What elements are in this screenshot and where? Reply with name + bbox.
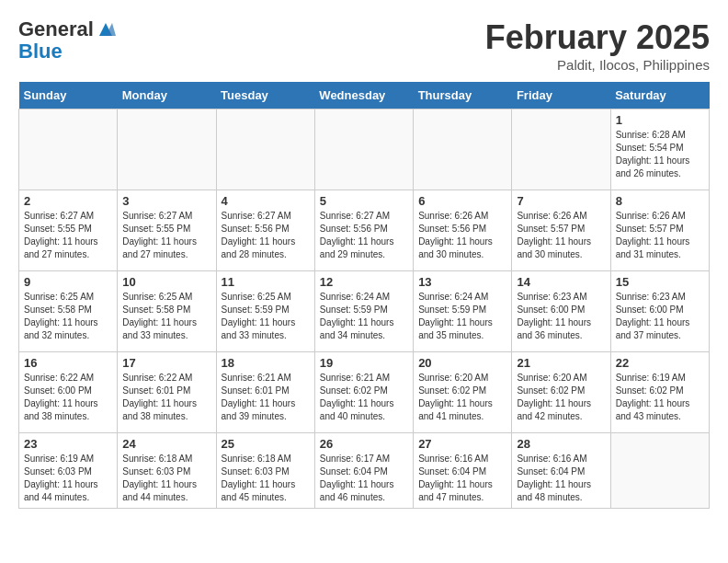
- day-info: Sunrise: 6:27 AM Sunset: 5:56 PM Dayligh…: [222, 210, 310, 261]
- calendar-cell: 10Sunrise: 6:25 AM Sunset: 5:58 PM Dayli…: [118, 271, 216, 352]
- calendar-cell: 3Sunrise: 6:27 AM Sunset: 5:55 PM Daylig…: [118, 190, 216, 271]
- calendar-cell: 25Sunrise: 6:18 AM Sunset: 6:03 PM Dayli…: [216, 433, 314, 509]
- days-header-row: SundayMondayTuesdayWednesdayThursdayFrid…: [19, 82, 710, 109]
- logo-icon: [96, 19, 116, 40]
- calendar-week-row: 23Sunrise: 6:19 AM Sunset: 6:03 PM Dayli…: [19, 433, 710, 509]
- calendar-cell: 2Sunrise: 6:27 AM Sunset: 5:55 PM Daylig…: [19, 190, 118, 271]
- day-info: Sunrise: 6:18 AM Sunset: 6:03 PM Dayligh…: [122, 453, 210, 504]
- day-number: 21: [517, 356, 605, 370]
- day-number: 24: [122, 437, 210, 451]
- calendar-cell: [314, 109, 413, 190]
- day-number: 4: [222, 194, 310, 208]
- calendar-cell: [414, 109, 512, 190]
- day-number: 10: [122, 275, 210, 289]
- day-info: Sunrise: 6:19 AM Sunset: 6:02 PM Dayligh…: [616, 372, 704, 423]
- calendar-cell: 27Sunrise: 6:16 AM Sunset: 6:04 PM Dayli…: [414, 433, 512, 509]
- day-info: Sunrise: 6:16 AM Sunset: 6:04 PM Dayligh…: [517, 453, 605, 504]
- title-area: February 2025 Paldit, Ilocos, Philippine…: [485, 18, 710, 73]
- calendar-cell: 12Sunrise: 6:24 AM Sunset: 5:59 PM Dayli…: [314, 271, 413, 352]
- day-number: 13: [418, 275, 506, 289]
- calendar-cell: 19Sunrise: 6:21 AM Sunset: 6:02 PM Dayli…: [314, 352, 413, 433]
- calendar-cell: [610, 433, 709, 509]
- day-info: Sunrise: 6:28 AM Sunset: 5:54 PM Dayligh…: [616, 129, 704, 180]
- calendar-cell: 17Sunrise: 6:22 AM Sunset: 6:01 PM Dayli…: [118, 352, 216, 433]
- day-info: Sunrise: 6:21 AM Sunset: 6:02 PM Dayligh…: [320, 372, 408, 423]
- day-of-week-header: Tuesday: [216, 82, 314, 109]
- calendar-cell: 21Sunrise: 6:20 AM Sunset: 6:02 PM Dayli…: [512, 352, 610, 433]
- calendar-cell: 4Sunrise: 6:27 AM Sunset: 5:56 PM Daylig…: [216, 190, 314, 271]
- day-info: Sunrise: 6:25 AM Sunset: 5:58 PM Dayligh…: [24, 291, 112, 342]
- day-number: 6: [418, 194, 506, 208]
- day-number: 16: [24, 356, 112, 370]
- day-info: Sunrise: 6:27 AM Sunset: 5:55 PM Dayligh…: [24, 210, 112, 261]
- day-number: 2: [24, 194, 112, 208]
- calendar-cell: 28Sunrise: 6:16 AM Sunset: 6:04 PM Dayli…: [512, 433, 610, 509]
- day-number: 5: [320, 194, 408, 208]
- calendar-table: SundayMondayTuesdayWednesdayThursdayFrid…: [18, 82, 710, 509]
- day-info: Sunrise: 6:26 AM Sunset: 5:56 PM Dayligh…: [418, 210, 506, 261]
- logo-general-text: General: [18, 18, 94, 40]
- day-number: 14: [517, 275, 605, 289]
- day-info: Sunrise: 6:27 AM Sunset: 5:55 PM Dayligh…: [122, 210, 210, 261]
- calendar-cell: 8Sunrise: 6:26 AM Sunset: 5:57 PM Daylig…: [610, 190, 709, 271]
- day-of-week-header: Friday: [512, 82, 610, 109]
- day-info: Sunrise: 6:20 AM Sunset: 6:02 PM Dayligh…: [517, 372, 605, 423]
- calendar-cell: 9Sunrise: 6:25 AM Sunset: 5:58 PM Daylig…: [19, 271, 118, 352]
- logo-blue-text: Blue: [18, 40, 116, 63]
- day-number: 26: [320, 437, 408, 451]
- day-number: 19: [320, 356, 408, 370]
- day-number: 27: [418, 437, 506, 451]
- day-number: 11: [222, 275, 310, 289]
- day-info: Sunrise: 6:24 AM Sunset: 5:59 PM Dayligh…: [320, 291, 408, 342]
- calendar-cell: 1Sunrise: 6:28 AM Sunset: 5:54 PM Daylig…: [610, 109, 709, 190]
- day-number: 12: [320, 275, 408, 289]
- day-number: 28: [517, 437, 605, 451]
- calendar-cell: 15Sunrise: 6:23 AM Sunset: 6:00 PM Dayli…: [610, 271, 709, 352]
- calendar-week-row: 2Sunrise: 6:27 AM Sunset: 5:55 PM Daylig…: [19, 190, 710, 271]
- day-info: Sunrise: 6:26 AM Sunset: 5:57 PM Dayligh…: [517, 210, 605, 261]
- calendar-cell: 14Sunrise: 6:23 AM Sunset: 6:00 PM Dayli…: [512, 271, 610, 352]
- day-info: Sunrise: 6:23 AM Sunset: 6:00 PM Dayligh…: [517, 291, 605, 342]
- day-of-week-header: Wednesday: [314, 82, 413, 109]
- day-of-week-header: Thursday: [414, 82, 512, 109]
- day-info: Sunrise: 6:20 AM Sunset: 6:02 PM Dayligh…: [418, 372, 506, 423]
- calendar-week-row: 9Sunrise: 6:25 AM Sunset: 5:58 PM Daylig…: [19, 271, 710, 352]
- day-number: 8: [616, 194, 704, 208]
- day-number: 15: [616, 275, 704, 289]
- day-number: 3: [122, 194, 210, 208]
- day-number: 7: [517, 194, 605, 208]
- day-info: Sunrise: 6:21 AM Sunset: 6:01 PM Dayligh…: [222, 372, 310, 423]
- calendar-cell: 26Sunrise: 6:17 AM Sunset: 6:04 PM Dayli…: [314, 433, 413, 509]
- calendar-cell: [216, 109, 314, 190]
- calendar-week-row: 1Sunrise: 6:28 AM Sunset: 5:54 PM Daylig…: [19, 109, 710, 190]
- day-info: Sunrise: 6:24 AM Sunset: 5:59 PM Dayligh…: [418, 291, 506, 342]
- day-number: 23: [24, 437, 112, 451]
- page-header: General Blue February 2025 Paldit, Iloco…: [18, 18, 710, 73]
- day-number: 18: [222, 356, 310, 370]
- calendar-cell: 16Sunrise: 6:22 AM Sunset: 6:00 PM Dayli…: [19, 352, 118, 433]
- day-number: 1: [616, 113, 704, 127]
- calendar-cell: 23Sunrise: 6:19 AM Sunset: 6:03 PM Dayli…: [19, 433, 118, 509]
- day-number: 20: [418, 356, 506, 370]
- day-info: Sunrise: 6:25 AM Sunset: 5:59 PM Dayligh…: [222, 291, 310, 342]
- day-number: 9: [24, 275, 112, 289]
- day-of-week-header: Monday: [118, 82, 216, 109]
- calendar-cell: [512, 109, 610, 190]
- day-info: Sunrise: 6:22 AM Sunset: 6:01 PM Dayligh…: [122, 372, 210, 423]
- calendar-cell: 7Sunrise: 6:26 AM Sunset: 5:57 PM Daylig…: [512, 190, 610, 271]
- calendar-cell: [118, 109, 216, 190]
- day-info: Sunrise: 6:23 AM Sunset: 6:00 PM Dayligh…: [616, 291, 704, 342]
- day-info: Sunrise: 6:25 AM Sunset: 5:58 PM Dayligh…: [122, 291, 210, 342]
- day-info: Sunrise: 6:16 AM Sunset: 6:04 PM Dayligh…: [418, 453, 506, 504]
- calendar-week-row: 16Sunrise: 6:22 AM Sunset: 6:00 PM Dayli…: [19, 352, 710, 433]
- day-info: Sunrise: 6:18 AM Sunset: 6:03 PM Dayligh…: [222, 453, 310, 504]
- calendar-cell: 18Sunrise: 6:21 AM Sunset: 6:01 PM Dayli…: [216, 352, 314, 433]
- day-info: Sunrise: 6:22 AM Sunset: 6:00 PM Dayligh…: [24, 372, 112, 423]
- calendar-cell: 6Sunrise: 6:26 AM Sunset: 5:56 PM Daylig…: [414, 190, 512, 271]
- calendar-cell: 11Sunrise: 6:25 AM Sunset: 5:59 PM Dayli…: [216, 271, 314, 352]
- day-number: 22: [616, 356, 704, 370]
- day-info: Sunrise: 6:26 AM Sunset: 5:57 PM Dayligh…: [616, 210, 704, 261]
- day-info: Sunrise: 6:19 AM Sunset: 6:03 PM Dayligh…: [24, 453, 112, 504]
- day-number: 17: [122, 356, 210, 370]
- month-title: February 2025: [485, 18, 710, 57]
